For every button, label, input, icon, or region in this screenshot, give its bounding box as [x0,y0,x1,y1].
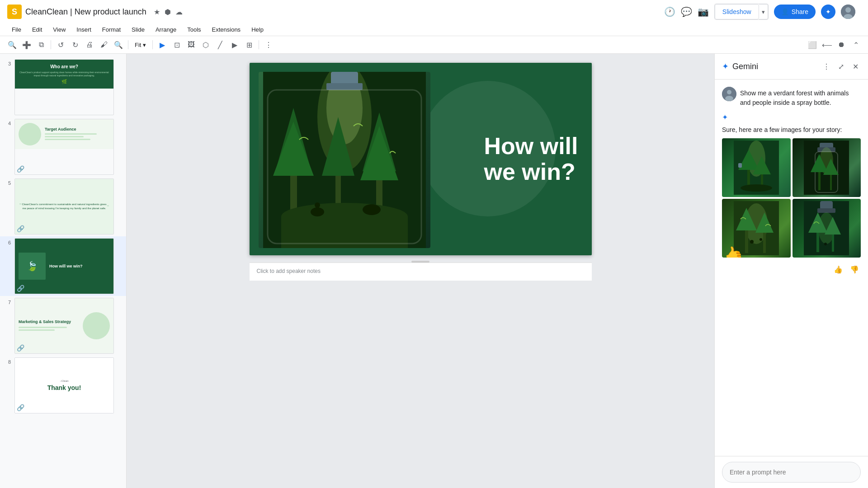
thumbs-down-button[interactable]: 👎 [848,263,861,276]
slide-6-title: How will we win? [49,264,83,268]
slide-5-preview[interactable]: " CleanClean's commitment to sustainable… [14,178,114,235]
duplicate-button[interactable]: ⧉ [34,38,48,52]
fit-label: Fit [135,42,141,48]
line-tool[interactable]: ╱ [213,38,227,52]
slide-7-title: Marketing & Sales Strategy [19,319,79,324]
record-button[interactable]: ⏺ [835,38,848,52]
forest-bottle-image[interactable] [259,72,430,248]
present-tool[interactable]: ▶ [228,38,241,52]
image-tool[interactable]: 🖼 [184,38,198,52]
redo-button[interactable]: ↻ [68,38,82,52]
collapse-button[interactable]: ⌃ [849,38,863,52]
generated-image-2[interactable] [793,138,861,197]
print-button[interactable]: 🖨 [83,38,96,52]
slide-5-number: 5 [4,178,11,186]
slide-8-preview[interactable]: ~Clean Thank you! 🔗 [14,357,114,413]
undo-button[interactable]: ↺ [54,38,67,52]
gemini-close-button[interactable]: ✕ [850,61,861,72]
slide-4-title: Target Audience [45,127,110,131]
present-icon[interactable]: 📷 [698,6,709,17]
menu-edit[interactable]: Edit [28,24,47,35]
slide-5-thumb[interactable]: 5 " CleanClean's commitment to sustainab… [0,177,126,236]
main-area: 3 Who are we? CleanClean's product suppo… [0,54,868,488]
share-button[interactable]: 👤 Share [774,5,816,19]
main-slide-canvas[interactable]: How will we win? [250,63,592,255]
gemini-conversation: Show me a verdant forest with animals an… [715,80,868,456]
canvas-area[interactable]: How will we win? Click to add speaker no… [127,54,714,488]
generated-image-4[interactable] [793,199,861,258]
comment-icon[interactable]: 💬 [681,6,692,17]
gemini-response: ✦ Sure, here are a few images for your s… [722,113,861,277]
slide-4-link-icon: 🔗 [17,165,24,173]
history-icon[interactable]: 🕐 [664,6,675,17]
menu-format[interactable]: Format [98,24,125,35]
more-options-button[interactable]: ⋮ [262,38,275,52]
zoom-button[interactable]: 🔍 [112,38,125,52]
menu-arrange[interactable]: Arrange [151,24,181,35]
slide-3-leaf: 🌿 [61,79,67,84]
add-slide-button[interactable]: ➕ [20,38,33,52]
heading-line2: we win? [484,159,578,185]
speaker-notes[interactable]: Click to add speaker notes [250,263,592,281]
gemini-response-star: ✦ [722,113,728,122]
menu-help[interactable]: Help [247,24,268,35]
slide-6-thumb[interactable]: 6 🍃 How will we win? 🔗 [0,236,126,296]
generated-image-1[interactable] [722,138,791,197]
gemini-footer [715,456,868,488]
fit-chevron: ▾ [143,42,146,48]
header-right: 🕐 💬 📷 Slideshow ▾ 👤 Share ✦ [664,4,861,20]
title-icons: ★ ⬢ ☁ [154,8,183,16]
menu-extensions[interactable]: Extensions [208,24,245,35]
slide-6-number: 6 [4,238,11,245]
folder-icon[interactable]: ⬢ [165,8,171,16]
search-button[interactable]: 🔍 [5,38,19,52]
slide-4-thumb[interactable]: 4 Target Audience 🔗 [0,117,126,177]
svg-rect-38 [818,170,821,190]
cursor-tool[interactable]: ▶ [156,38,169,52]
menu-slide[interactable]: Slide [127,24,149,35]
shape-tool[interactable]: ⬡ [199,38,212,52]
user-message-avatar [722,87,736,101]
arrows-button[interactable]: ⟵ [820,38,834,52]
slide-3-preview[interactable]: Who are we? CleanClean's product support… [14,59,114,115]
slide-7-link-icon: 🔗 [17,344,24,352]
gemini-header-button[interactable]: ✦ [821,5,835,19]
toolbar: 🔍 ➕ ⧉ ↺ ↻ 🖨 🖌 🔍 Fit ▾ ▶ ⊡ 🖼 ⬡ ╱ ▶ ⊞ ⋮ ⬜ … [0,36,868,53]
user-avatar[interactable] [841,5,855,19]
prompt-input[interactable] [722,462,861,483]
slide-3-text: CleanClean's product support sparking cl… [19,71,109,77]
slideshow-button[interactable]: Slideshow [715,4,759,19]
slide-7-thumb[interactable]: 7 Marketing & Sales Strategy 🔗 [0,296,126,356]
generated-image-3[interactable]: 🤙 [722,199,791,258]
gemini-expand-button[interactable]: ⤢ [835,61,846,72]
slide-3-thumb[interactable]: 3 Who are we? CleanClean's product suppo… [0,57,126,117]
crop-tool[interactable]: ⊡ [170,38,184,52]
star-icon[interactable]: ★ [154,8,160,16]
svg-rect-44 [745,228,748,253]
thumbs-up-button[interactable]: 👍 [832,263,844,276]
slide-4-number: 4 [4,119,11,126]
menu-insert[interactable]: Insert [72,24,96,35]
add-button[interactable]: ⊞ [242,38,256,52]
paint-format-button[interactable]: 🖌 [97,38,111,52]
share-label: Share [792,8,808,15]
menu-view[interactable]: View [48,24,70,35]
view-expand-button[interactable]: ⬜ [806,38,819,52]
slide-8-thumb[interactable]: 8 ~Clean Thank you! 🔗 [0,356,126,415]
slide-6-preview[interactable]: 🍃 How will we win? 🔗 [14,238,114,294]
speaker-notes-placeholder: Click to add speaker notes [257,268,321,274]
gemini-more-button[interactable]: ⋮ [821,61,832,72]
slideshow-dropdown[interactable]: ▾ [759,4,768,19]
gemini-star-icon: ✦ [722,61,729,71]
fit-dropdown[interactable]: Fit ▾ [131,40,150,50]
svg-point-16 [311,207,324,216]
main-slide-text-area[interactable]: How will we win? [484,133,578,185]
cloud-icon[interactable]: ☁ [175,8,183,16]
slide-7-preview[interactable]: Marketing & Sales Strategy 🔗 [14,298,114,354]
user-message-text: Show me a verdant forest with animals an… [740,87,861,108]
svg-rect-31 [738,163,742,168]
svg-point-48 [750,240,754,244]
menu-file[interactable]: File [7,24,26,35]
menu-tools[interactable]: Tools [183,24,205,35]
slide-4-preview[interactable]: Target Audience 🔗 [14,119,114,175]
